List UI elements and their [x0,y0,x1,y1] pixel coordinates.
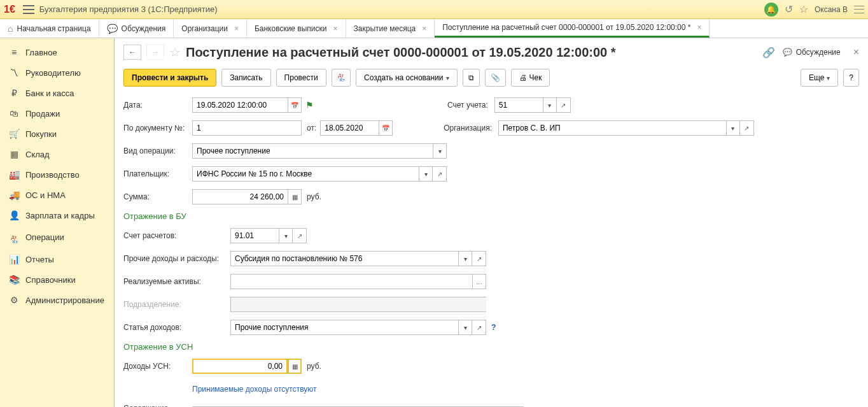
payer-input[interactable] [192,166,419,182]
printer-icon: 🖨 [519,73,527,82]
main-area: ≡Главное 〽Руководителю ₽Банк и касса 🛍Пр… [0,38,868,407]
link-icon[interactable]: 🔗 [762,46,775,59]
chat-icon: 💬 [107,24,118,34]
check-button[interactable]: 🖨 Чек [511,69,550,87]
sidebar-item-stock[interactable]: ▦Склад [0,144,114,164]
sidebar-item-label: Покупки [25,129,57,139]
calculator-icon[interactable]: ▦ [288,359,302,374]
org-label: Организация: [444,124,492,132]
forward-button[interactable]: → [146,45,164,60]
calc-account-input[interactable] [230,228,279,243]
more-button[interactable]: Еще [801,69,838,87]
calculator-icon[interactable]: ▦ [288,189,302,204]
other-income-label: Прочие доходы и расходы: [123,254,230,263]
favorites-icon[interactable]: ☆ [799,3,808,15]
dkt-icon: ДтКт [9,231,19,244]
star-icon[interactable]: ☆ [169,45,181,60]
save-button[interactable]: Записать [221,69,270,87]
tab-receipt[interactable]: Поступление на расчетный счет 0000-00000… [435,19,710,38]
sum-input[interactable] [192,189,288,204]
flag-icon[interactable]: ⚑ [305,100,314,110]
sidebar-item-salary[interactable]: 👤Зарплата и кадры [0,205,114,225]
assets-input[interactable] [230,274,472,289]
copy-button[interactable]: ⧉ [463,69,480,87]
usn-income-input[interactable] [192,359,288,374]
other-income-input[interactable] [230,251,458,266]
income-article-input[interactable] [230,320,458,335]
tab-label: Банковские выписки [255,24,327,33]
menu-icon[interactable] [23,5,34,14]
date-input[interactable] [192,97,288,113]
open-icon[interactable]: ↗ [740,120,754,136]
close-icon[interactable]: × [697,23,701,32]
open-icon[interactable]: ↗ [433,166,447,182]
tab-month-close[interactable]: Закрытие месяца × [346,19,435,38]
chevron-down-icon[interactable]: ▾ [458,320,472,335]
usn-income-label: Доходы УСН: [123,362,192,371]
ellipsis-icon[interactable]: … [472,274,486,289]
open-icon[interactable]: ↗ [557,97,571,113]
open-icon[interactable]: ↗ [472,320,486,335]
open-icon[interactable]: ↗ [293,228,307,243]
sidebar-item-main[interactable]: ≡Главное [0,42,114,62]
sidebar-item-bank[interactable]: ₽Банк и касса [0,83,114,103]
bell-icon[interactable]: 🔔 [764,3,778,17]
close-icon[interactable]: × [422,24,426,33]
post-button[interactable]: Провести [276,69,326,87]
open-icon[interactable]: ↗ [472,251,486,266]
payer-label: Плательщик: [123,169,192,178]
calendar-icon[interactable]: 📅 [288,97,302,113]
chevron-down-icon[interactable]: ▾ [433,143,447,159]
chevron-down-icon[interactable]: ▾ [458,251,472,266]
close-icon[interactable]: × [853,46,859,58]
header-toolbar: 🔔 ↺ ☆ Оксана В [764,3,864,17]
tab-discussions[interactable]: 💬 Обсуждения [99,19,174,38]
calendar-icon[interactable]: 📅 [379,120,393,136]
sidebar-item-manager[interactable]: 〽Руководителю [0,62,114,83]
account-input[interactable] [494,97,543,113]
sidebar-item-admin[interactable]: ⚙Администрирование [0,290,114,310]
back-button[interactable]: ← [123,45,141,60]
docfrom-input[interactable] [320,120,379,136]
top-header: 1€ Бухгалтерия предприятия 3 (1С:Предпри… [0,0,868,19]
tab-organizations[interactable]: Организации × [174,19,247,38]
sidebar-item-catalogs[interactable]: 📚Справочники [0,269,114,290]
tab-bank-statements[interactable]: Банковские выписки × [247,19,346,38]
close-icon[interactable]: × [234,24,239,33]
sidebar-item-assets[interactable]: 🚚ОС и НМА [0,185,114,205]
sidebar-item-sales[interactable]: 🛍Продажи [0,103,114,124]
settings-lines-icon[interactable] [854,6,864,13]
user-name[interactable]: Оксана В [815,5,848,14]
discussion-button[interactable]: 💬 Обсуждение [783,48,841,57]
bag-icon: 🛍 [9,108,19,118]
chevron-down-icon[interactable]: ▾ [419,166,433,182]
sidebar-item-purchases[interactable]: 🛒Покупки [0,124,114,144]
close-icon[interactable]: × [333,24,338,33]
attach-button[interactable]: 📎 [485,69,506,87]
usn-note-link[interactable]: Принимаемые доходы отсутствуют [192,385,317,394]
sidebar-item-operations[interactable]: ДтКтОперации [0,225,114,249]
chevron-down-icon[interactable]: ▾ [543,97,557,113]
sidebar-item-label: Отчеты [25,255,54,264]
dkt-button[interactable]: ДтКт [332,69,351,87]
chevron-down-icon[interactable]: ▾ [279,228,293,243]
sidebar-item-reports[interactable]: 📊Отчеты [0,249,114,269]
help-icon[interactable]: ? [491,323,496,332]
post-and-close-button[interactable]: Провести и закрыть [123,69,216,87]
tab-home[interactable]: ⌂ Начальная страница [0,19,99,38]
help-button[interactable]: ? [843,69,859,87]
optype-label: Вид операции: [123,146,192,155]
boxes-icon: ▦ [9,149,19,159]
sidebar-item-production[interactable]: 🏭Производство [0,164,114,185]
create-based-button[interactable]: Создать на основании [356,69,458,87]
docnum-input[interactable] [192,120,302,136]
chart-icon: 〽 [9,68,19,78]
chevron-down-icon[interactable]: ▾ [726,120,740,136]
history-icon[interactable]: ↺ [785,3,793,15]
assets-label: Реализуемые активы: [123,277,230,286]
org-input[interactable] [498,120,726,136]
sidebar-item-label: Склад [25,150,50,159]
logo-1c-icon: 1€ [4,4,15,15]
optype-input[interactable] [192,143,433,159]
sidebar-item-label: ОС и НМА [25,190,66,200]
